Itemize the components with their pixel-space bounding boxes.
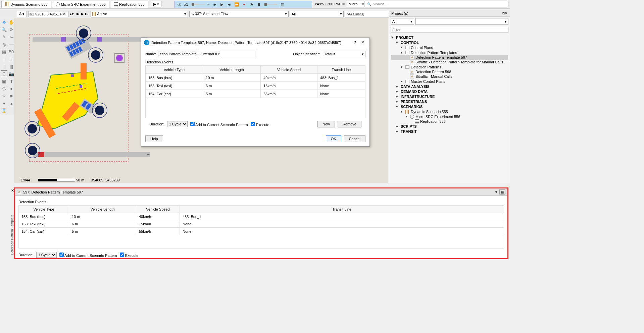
extid-input[interactable] [222,51,255,57]
circle2-icon[interactable]: ● [8,85,15,92]
execute-checkbox[interactable]: Execute [251,122,269,127]
table-row[interactable]: 158: Taxi (taxi)6 m15km/hNone [19,220,504,228]
tree-micro556[interactable]: ▾Micro SRC Experiment 556 [391,114,508,119]
record-icon[interactable]: ● [242,2,246,7]
fast-fwd-icon[interactable]: ⏩ [234,2,239,7]
tree-dp-598[interactable]: #Detection Pattern 598 [391,69,508,74]
duration-combo[interactable]: 1 Cycle [167,121,188,127]
bars-icon[interactable]: ▥ [280,2,285,7]
tab-replication[interactable]: Replication 558 [110,1,148,8]
new-button[interactable]: New [317,121,335,127]
pointer-icon[interactable]: ✥ [1,19,7,25]
speed-slider[interactable] [191,4,204,5]
play-dropdown[interactable]: ▶ ▾ [151,1,161,7]
name-input[interactable] [158,51,198,57]
all-combo[interactable]: All▾ [290,11,344,17]
tree-pedestrians[interactable]: ▸PEDESTRIANS [391,99,508,104]
rotate-icon[interactable]: ⟳ [8,26,15,33]
datetime-input[interactable] [28,11,68,17]
table-row[interactable]: 154: Car (car)5 m55km/hNone [19,228,504,235]
skip-fwd-icon[interactable]: ⏭ [227,2,232,7]
pause-icon[interactable]: ⏸ [256,2,261,7]
tree-rep558[interactable]: Replication 558 [391,119,508,124]
tree-demand-data[interactable]: ▸DEMAND DATA [391,89,508,94]
square-icon[interactable]: ■ [8,93,15,99]
cube-icon[interactable]: ▣ [1,78,7,85]
number-icon[interactable]: 50 [8,48,15,55]
tree-dp-sitraffic[interactable]: #Sitraffic - Manual Calls [391,74,508,79]
tree-dyn555[interactable]: ▾Dynamic Scenario 555 [391,109,508,114]
vehicle-icon[interactable]: ▭ [8,56,15,62]
col-transit-line[interactable]: Transit Line [180,206,504,213]
objid-combo[interactable]: Default▾ [322,51,365,57]
step-fwd-icon[interactable]: ⏭ [84,12,89,16]
play2-icon[interactable]: ▶ [80,12,84,16]
filter-all-combo[interactable]: All▾ [391,18,414,25]
tree-transit[interactable]: ▸TRANSIT [391,129,508,134]
date-stepper[interactable]: ▴▾ [70,12,74,16]
hourglass-icon[interactable]: ⌛ [1,107,7,114]
a-button[interactable]: A ▾ [17,11,27,17]
tree-mcp[interactable]: ▸Master Control Plans [391,79,508,84]
clear-time-icon[interactable]: ✖ [342,2,345,6]
zoom-icon[interactable]: 🔍 [1,26,7,33]
col-transit-line[interactable]: Transit Line [317,66,365,74]
ok-button[interactable]: OK [326,135,341,142]
lower-add-current-checkbox[interactable]: Add to Current Scenario Pattern [59,253,117,258]
col-vehicle-length[interactable]: Vehicle Length [69,206,136,213]
lanes-combo[interactable]: (All Lanes)▾ [345,11,392,17]
col-vehicle-length[interactable]: Vehicle Length [203,66,261,74]
lower-execute-checkbox[interactable]: Execute [120,253,139,258]
help-icon[interactable]: ? [351,40,359,45]
table-row[interactable]: 153: Bus (bus)10 m40km/h483: Bus_1 [146,74,365,82]
panel-close-icon[interactable]: ✕ [505,11,508,15]
tree-dpt-folder[interactable]: ▾Detection Pattern Templates [391,50,508,55]
tree-infrastructure[interactable]: ▸INFRASTRUCTURE [391,94,508,99]
clock-icon[interactable]: ◔ [249,2,254,7]
cancel-button[interactable]: Cancel [344,135,365,142]
progress-slider[interactable] [264,4,277,5]
bars2-icon[interactable]: ||| [1,63,7,70]
search-input[interactable]: Search... [364,1,508,7]
tab-micro-src[interactable]: Micro SRC Experiment 556 [52,1,109,8]
sim-mode-combo[interactable]: Micro▾ [347,1,366,7]
grid-icon[interactable]: ▦ [1,48,7,55]
target-icon[interactable]: ◎ [1,41,7,48]
col-vehicle-speed[interactable]: Vehicle Speed [261,66,317,74]
tab-dynamic-scenario[interactable]: Dynamic Scenario 555 [1,1,51,8]
play-icon[interactable]: ▶ [219,2,224,7]
col-vehicle-type[interactable]: Vehicle Type [19,206,69,213]
col-vehicle-type[interactable]: Vehicle Type [146,66,203,74]
lower-close-icon[interactable]: ✕ [10,188,14,192]
c-icon[interactable]: C [1,70,7,77]
cylinder-icon[interactable]: ⌸ [1,56,7,62]
table-row[interactable]: 154: Car (car)5 m55km/hNone [146,90,365,98]
add-current-checkbox[interactable]: Add to Current Scenario Pattern [190,122,248,127]
tree-control[interactable]: ▾CONTROL [391,40,508,45]
pen-icon[interactable]: ✎ [1,34,7,40]
table-row[interactable]: 158: Taxi (taxi)6 m15km/hNone [146,82,365,90]
tree-scripts[interactable]: ▸SCRIPTS [391,124,508,129]
lower-dropdown-icon[interactable]: ▾ [495,190,497,194]
tree-dpt-597[interactable]: #Detection Pattern Template 597 [391,55,508,60]
filter-second-combo[interactable]: ▾ [415,18,508,25]
text-icon[interactable]: T [8,78,15,85]
node-icon[interactable]: •– [8,34,15,40]
table-row[interactable]: 153: Bus (bus)10 m40km/h483: Bus_1 [19,213,504,220]
tree-data-analysis[interactable]: ▸DATA ANALYSIS [391,84,508,89]
lower-duration-combo[interactable]: 1 Cycle [36,252,57,258]
dialog-titlebar[interactable]: n Detection Pattern Template: 597, Name:… [141,38,369,47]
panel-float-icon[interactable]: ⧉ [502,11,505,15]
close-icon[interactable]: ✕ [359,40,367,45]
tree-project[interactable]: ▾PROJECT [391,35,508,40]
tree-control-plans[interactable]: ▸Control Plans [391,45,508,50]
active-combo[interactable]: Active▾ [91,11,188,17]
up-icon[interactable]: ▴ [8,100,15,107]
tree-dpt-sitraffic[interactable]: #Sitraffic - Detection Pattern Template … [391,60,508,64]
hand-icon[interactable]: ✋ [8,19,15,25]
info-icon[interactable]: ⓘ [177,2,182,7]
blank-tool[interactable] [8,107,15,114]
line-icon[interactable]: — [8,41,15,48]
lower-grid-icon[interactable]: ▦ [499,189,505,195]
remove-button[interactable]: Remove [338,121,361,127]
